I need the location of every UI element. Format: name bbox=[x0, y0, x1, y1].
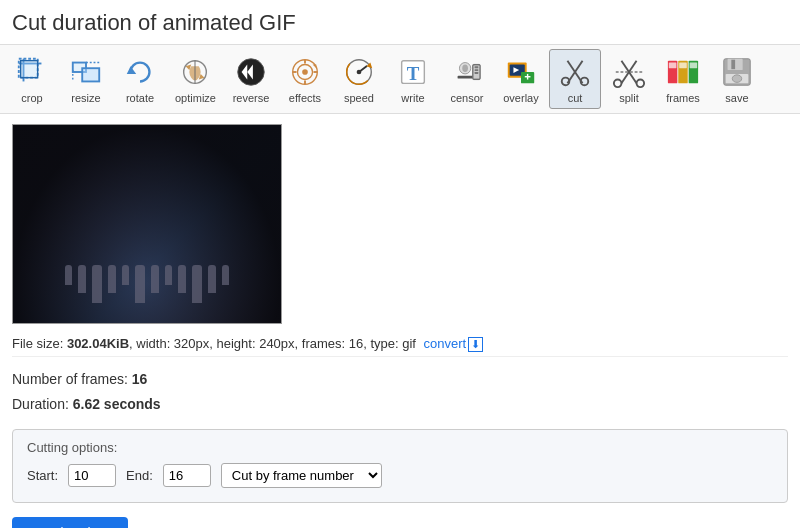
write-icon: T bbox=[395, 54, 431, 90]
overlay-icon bbox=[503, 54, 539, 90]
tool-rotate-label: rotate bbox=[126, 92, 154, 104]
svg-point-16 bbox=[302, 69, 308, 75]
split-icon bbox=[611, 54, 647, 90]
figure-1 bbox=[65, 265, 72, 285]
file-info: File size: 302.04KiB, width: 320px, heig… bbox=[12, 332, 788, 357]
tool-cut[interactable]: cut bbox=[549, 49, 601, 109]
gif-canvas bbox=[13, 125, 281, 323]
main-content: File size: 302.04KiB, width: 320px, heig… bbox=[0, 114, 800, 528]
svg-point-30 bbox=[462, 64, 468, 72]
figure-6 bbox=[135, 265, 145, 303]
cutting-row: Start: End: Cut by frame number Cut by t… bbox=[27, 463, 773, 488]
tool-reverse-label: reverse bbox=[233, 92, 270, 104]
censor-icon bbox=[449, 54, 485, 90]
svg-rect-36 bbox=[475, 72, 479, 74]
tool-effects[interactable]: effects bbox=[279, 49, 331, 109]
tool-speed-label: speed bbox=[344, 92, 374, 104]
tool-frames[interactable]: frames bbox=[657, 49, 709, 109]
tool-save-label: save bbox=[725, 92, 748, 104]
svg-rect-5 bbox=[82, 68, 99, 81]
svg-rect-60 bbox=[731, 60, 735, 69]
tool-optimize-label: optimize bbox=[175, 92, 216, 104]
tool-cut-label: cut bbox=[568, 92, 583, 104]
end-label: End: bbox=[126, 468, 153, 483]
tool-resize[interactable]: resize bbox=[60, 49, 112, 109]
tool-crop-label: crop bbox=[21, 92, 42, 104]
figure-5 bbox=[122, 265, 129, 285]
figure-9 bbox=[178, 265, 186, 293]
frames-label: Number of frames: bbox=[12, 371, 132, 387]
save-icon bbox=[719, 54, 755, 90]
duration-stat: Duration: 6.62 seconds bbox=[12, 392, 788, 417]
convert-link[interactable]: convert bbox=[424, 336, 467, 351]
toolbar: crop resize rotate bbox=[0, 44, 800, 114]
svg-rect-31 bbox=[458, 76, 473, 79]
duration-label: Duration: bbox=[12, 396, 73, 412]
figure-2 bbox=[78, 265, 86, 293]
figure-7 bbox=[151, 265, 159, 293]
tool-crop[interactable]: crop bbox=[6, 49, 58, 109]
rotate-icon bbox=[122, 54, 158, 90]
svg-rect-57 bbox=[690, 63, 698, 69]
figure-4 bbox=[108, 265, 116, 293]
speed-icon bbox=[341, 54, 377, 90]
figure-3 bbox=[92, 265, 102, 303]
figure-8 bbox=[165, 265, 172, 285]
svg-point-50 bbox=[637, 80, 645, 88]
tool-split-label: split bbox=[619, 92, 639, 104]
crop-icon bbox=[14, 54, 50, 90]
end-input[interactable] bbox=[163, 464, 211, 487]
gif-preview bbox=[12, 124, 282, 324]
tool-overlay-label: overlay bbox=[503, 92, 538, 104]
svg-rect-56 bbox=[679, 63, 687, 69]
frames-stat: Number of frames: 16 bbox=[12, 367, 788, 392]
svg-point-49 bbox=[614, 80, 622, 88]
figure-11 bbox=[208, 265, 216, 293]
optimize-icon bbox=[177, 54, 213, 90]
tool-optimize[interactable]: optimize bbox=[168, 49, 223, 109]
figure-10 bbox=[192, 265, 202, 303]
figure-12 bbox=[222, 265, 229, 285]
cutting-options-title: Cutting options: bbox=[27, 440, 773, 455]
reverse-icon bbox=[233, 54, 269, 90]
svg-rect-3 bbox=[21, 61, 38, 78]
cutting-options-box: Cutting options: Start: End: Cut by fram… bbox=[12, 429, 788, 503]
preview-figures bbox=[13, 265, 281, 303]
tool-reverse[interactable]: reverse bbox=[225, 49, 277, 109]
tool-censor[interactable]: censor bbox=[441, 49, 493, 109]
cut-method-select[interactable]: Cut by frame number Cut by time (seconds… bbox=[221, 463, 382, 488]
file-size: 302.04KiB bbox=[67, 336, 129, 351]
duration-value: 6.62 seconds bbox=[73, 396, 161, 412]
svg-rect-55 bbox=[669, 63, 677, 69]
tool-resize-label: resize bbox=[71, 92, 100, 104]
stats-section: Number of frames: 16 Duration: 6.62 seco… bbox=[12, 367, 788, 417]
svg-line-25 bbox=[359, 66, 367, 72]
page-title: Cut duration of animated GIF bbox=[0, 0, 800, 44]
frames-value: 16 bbox=[132, 371, 148, 387]
tool-save[interactable]: save bbox=[711, 49, 763, 109]
tool-speed[interactable]: speed bbox=[333, 49, 385, 109]
tool-overlay[interactable]: overlay bbox=[495, 49, 547, 109]
svg-rect-34 bbox=[475, 66, 479, 68]
frames-icon bbox=[665, 54, 701, 90]
cut-duration-button[interactable]: Cut duration! bbox=[12, 517, 128, 528]
tool-split[interactable]: split bbox=[603, 49, 655, 109]
start-label: Start: bbox=[27, 468, 58, 483]
tool-write-label: write bbox=[401, 92, 424, 104]
cut-icon bbox=[557, 54, 593, 90]
resize-icon bbox=[68, 54, 104, 90]
svg-rect-35 bbox=[475, 69, 479, 71]
effects-icon bbox=[287, 54, 323, 90]
svg-text:T: T bbox=[407, 63, 420, 84]
tool-effects-label: effects bbox=[289, 92, 321, 104]
svg-point-62 bbox=[732, 75, 741, 83]
tool-frames-label: frames bbox=[666, 92, 700, 104]
convert-icon: ⬇ bbox=[468, 337, 483, 352]
tool-write[interactable]: T write bbox=[387, 49, 439, 109]
start-input[interactable] bbox=[68, 464, 116, 487]
tool-censor-label: censor bbox=[450, 92, 483, 104]
tool-rotate[interactable]: rotate bbox=[114, 49, 166, 109]
